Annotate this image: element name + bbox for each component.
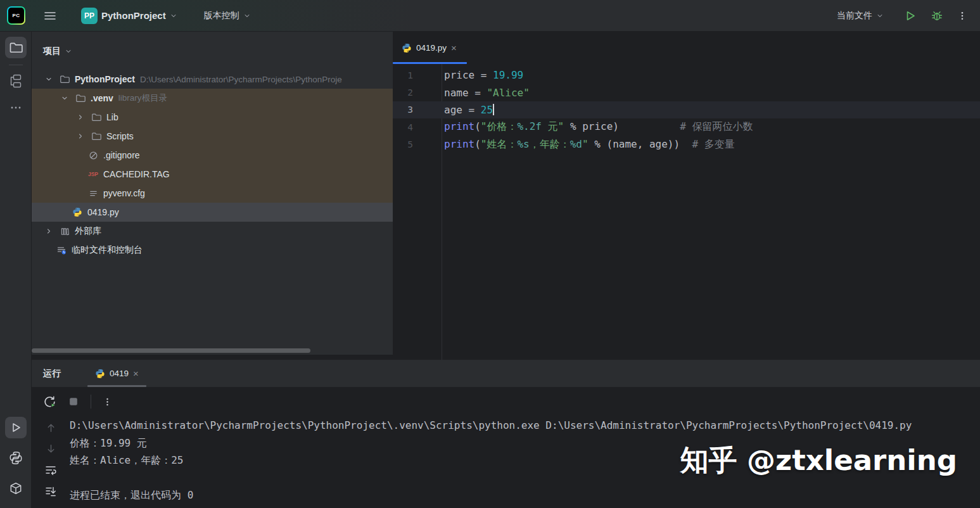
soft-wrap-icon <box>44 464 57 476</box>
tree-item-.venv[interactable]: .venvlibrary根目录 <box>32 89 393 108</box>
jsp-icon: JSP <box>87 171 99 177</box>
chevron-right-icon[interactable] <box>75 132 86 140</box>
code-text: name = "Alice" <box>442 87 530 99</box>
code-line-3[interactable]: 3age = 25 <box>393 101 980 118</box>
scroll-to-end-icon <box>44 485 57 498</box>
run-panel: 运行 0419 × <box>32 360 980 508</box>
structure-tool-window-button[interactable] <box>5 70 27 92</box>
config-icon <box>87 189 99 198</box>
tree-item--[interactable]: 外部库 <box>32 222 393 241</box>
pycharm-logo-icon[interactable]: PC <box>7 6 25 25</box>
soft-wrap-button[interactable] <box>43 462 58 478</box>
python-packages-button[interactable] <box>5 478 27 499</box>
top-bar: PC PP PythonProject 版本控制 当前文件 <box>0 0 980 32</box>
folder-icon <box>91 112 102 122</box>
editor-tab-title: 0419.py <box>416 43 447 53</box>
project-selector[interactable]: PP PythonProject <box>77 4 181 28</box>
code-editor[interactable]: 1price = 19.992name = "Alice"3age = 254p… <box>393 64 980 153</box>
rerun-button[interactable] <box>42 394 58 410</box>
chevron-down-icon[interactable] <box>59 94 70 102</box>
python-console-icon <box>9 451 23 465</box>
tree-item-PythonProject[interactable]: PythonProjectD:\Users\Administrator\Pych… <box>32 70 393 89</box>
project-badge: PP <box>81 8 98 24</box>
console-nav-toolbar <box>32 416 70 508</box>
tree-item-.gitignore[interactable]: .gitignore <box>32 146 393 165</box>
scroll-to-end-button[interactable] <box>43 484 58 499</box>
python-icon <box>72 207 83 217</box>
tree-item-pyvenv.cfg[interactable]: pyvenv.cfg <box>32 184 393 203</box>
python-file-icon <box>95 369 105 379</box>
chevron-right-icon[interactable] <box>43 227 54 235</box>
hamburger-icon <box>43 10 57 22</box>
run-config-selector[interactable]: 当前文件 <box>833 6 888 25</box>
run-tab-title: 0419 <box>110 369 129 378</box>
folder-icon <box>75 93 86 103</box>
rerun-icon <box>43 395 56 409</box>
library-icon <box>59 227 70 236</box>
tree-item-label: Scripts <box>106 131 134 141</box>
tree-item-label: PythonProject <box>75 74 135 84</box>
code-text: print("价格：%.2f 元" % price) # 保留两位小数 <box>442 120 753 134</box>
run-tool-window-button[interactable] <box>5 417 27 438</box>
run-panel-title: 运行 <box>43 368 61 379</box>
watermark: 知乎 @ztxlearning <box>680 441 957 479</box>
vcs-label: 版本控制 <box>204 10 239 22</box>
structure-icon <box>8 73 23 89</box>
toolbar-separator <box>91 395 91 409</box>
editor-area: 0419.py × 1price = 19.992name = "Alice"3… <box>393 32 980 355</box>
main-menu-button[interactable] <box>39 6 61 26</box>
code-line-1[interactable]: 1price = 19.99 <box>393 67 980 84</box>
run-config-label: 当前文件 <box>837 10 872 22</box>
chevron-down-icon <box>170 12 177 20</box>
prev-occurrence-button[interactable] <box>44 421 58 435</box>
tree-item-label: 0419.py <box>87 207 119 217</box>
stripe-divider <box>9 65 23 65</box>
chevron-right-icon[interactable] <box>75 113 86 121</box>
stop-button[interactable] <box>67 395 80 409</box>
python-console-button[interactable] <box>5 447 27 469</box>
editor-tab-0419[interactable]: 0419.py × <box>393 34 467 62</box>
tree-item-CACHEDIR.TAG[interactable]: JSPCACHEDIR.TAG <box>32 165 393 184</box>
next-occurrence-button[interactable] <box>44 441 58 456</box>
tree-item-label: Lib <box>106 112 118 122</box>
text-caret <box>493 104 494 115</box>
chevron-down-icon <box>65 48 72 55</box>
code-text: age = 25 <box>442 104 494 116</box>
tree-item-Lib[interactable]: Lib <box>32 108 393 127</box>
more-actions-button[interactable] <box>953 6 971 25</box>
more-tool-windows-button[interactable] <box>5 97 27 118</box>
console-options-button[interactable] <box>101 395 113 409</box>
project-panel-header[interactable]: 项目 <box>32 32 393 61</box>
tree-item-Scripts[interactable]: Scripts <box>32 127 393 146</box>
run-tab-0419[interactable]: 0419 × <box>87 360 146 387</box>
tree-item--[interactable]: 临时文件和控制台 <box>32 241 393 260</box>
editor-tab-bar: 0419.py × <box>393 32 980 62</box>
code-text: price = 19.99 <box>442 69 523 81</box>
tree-item-label: 外部库 <box>75 225 101 237</box>
run-button[interactable] <box>900 6 920 26</box>
code-line-4[interactable]: 4print("价格：%.2f 元" % price) # 保留两位小数 <box>393 118 980 136</box>
project-tool-window-button[interactable] <box>5 37 27 58</box>
project-panel: 项目 PythonProjectD:\Users\Administrator\P… <box>32 32 393 355</box>
python-file-icon <box>402 43 412 53</box>
stop-icon <box>68 396 79 407</box>
code-line-2[interactable]: 2name = "Alice" <box>393 84 980 101</box>
chevron-down-icon[interactable] <box>43 75 54 83</box>
line-number: 4 <box>393 122 442 132</box>
console-line: 进程已结束，退出代码为 0 <box>70 486 980 504</box>
line-number: 1 <box>393 70 442 80</box>
close-icon[interactable]: × <box>133 369 139 378</box>
up-arrow-icon <box>45 422 57 434</box>
vcs-widget[interactable]: 版本控制 <box>200 6 255 25</box>
line-number: 3 <box>393 105 442 115</box>
code-line-5[interactable]: 5print("姓名：%s，年龄：%d" % (name, age)) # 多变… <box>393 136 980 153</box>
project-tree: PythonProjectD:\Users\Administrator\Pych… <box>32 70 393 260</box>
tree-item-0419.py[interactable]: 0419.py <box>32 203 393 222</box>
close-icon[interactable]: × <box>451 43 457 53</box>
run-panel-header: 运行 0419 × <box>32 360 980 388</box>
tree-item-label: .venv <box>91 93 113 103</box>
run-toolbar <box>32 388 980 416</box>
horizontal-scrollbar[interactable] <box>32 348 310 353</box>
debug-button[interactable] <box>927 6 947 26</box>
bug-icon <box>931 10 943 22</box>
